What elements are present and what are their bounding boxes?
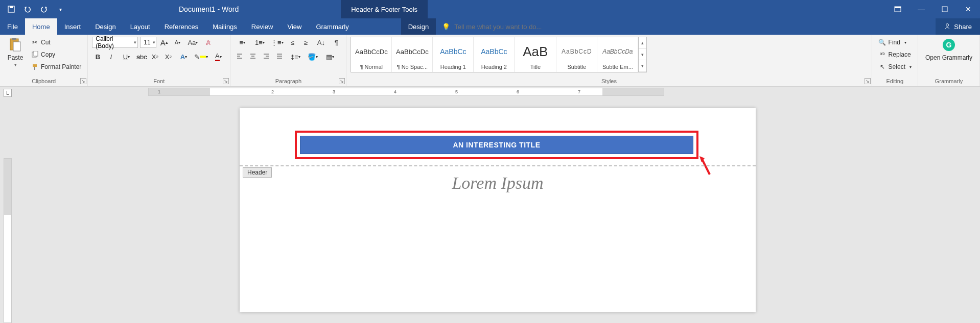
style-title[interactable]: AaBTitle <box>515 37 556 72</box>
group-grammarly: G Open Grammarly Grammarly <box>918 35 980 86</box>
paste-button[interactable]: Paste ▾ <box>4 37 27 67</box>
close-button[interactable]: ✕ <box>956 0 980 18</box>
cut-button[interactable]: ✂Cut <box>29 37 83 48</box>
chevron-down-icon: ▾ <box>14 62 17 67</box>
font-size-combo[interactable]: 11▾ <box>140 37 156 48</box>
tab-context-design[interactable]: Design <box>401 18 436 35</box>
tab-view[interactable]: View <box>280 18 309 35</box>
numbering-button[interactable]: 1≡▾ <box>252 37 267 48</box>
clear-formatting-button[interactable]: A̷ <box>202 37 214 48</box>
cursor-icon: ↖ <box>878 63 886 71</box>
copy-button[interactable]: Copy <box>29 49 83 60</box>
find-button[interactable]: 🔍Find▾ <box>876 37 908 48</box>
group-font: Calibri (Body)▾ 11▾ A▴ A▾ Aa▾ A̷ B I U▾ … <box>88 35 230 86</box>
change-case-button[interactable]: Aa▾ <box>185 37 200 48</box>
vertical-ruler[interactable] <box>4 158 12 323</box>
show-marks-button[interactable]: ¶ <box>331 37 342 48</box>
redo-button[interactable] <box>37 2 51 16</box>
select-button[interactable]: ↖Select▾ <box>876 61 914 72</box>
tab-design[interactable]: Design <box>88 18 123 35</box>
tab-layout[interactable]: Layout <box>123 18 157 35</box>
highlight-button[interactable]: ✎▾ <box>193 51 208 62</box>
search-icon: 🔍 <box>878 38 886 46</box>
header-title-box[interactable]: AN INTERESTING TITLE <box>300 136 693 154</box>
styles-scroll: ▴ ▾ ▾ <box>638 37 646 72</box>
styles-up-button[interactable]: ▴ <box>639 37 646 49</box>
align-center-button[interactable] <box>248 51 259 62</box>
font-color-button[interactable]: A▾ <box>211 51 226 62</box>
tell-me-box[interactable]: 💡 <box>436 18 936 35</box>
decrease-indent-button[interactable]: ≤ <box>287 37 298 48</box>
select-label: Select <box>889 63 905 70</box>
style-heading1[interactable]: AaBbCcHeading 1 <box>433 37 474 72</box>
style-subtitle[interactable]: AaBbCcDSubtitle <box>556 37 597 72</box>
italic-button[interactable]: I <box>105 51 116 62</box>
clipboard-launcher[interactable]: ↘ <box>80 78 86 84</box>
group-editing: 🔍Find▾ ᵃᵇReplace ↖Select▾ Editing <box>872 35 918 86</box>
format-painter-button[interactable]: Format Painter <box>29 61 83 72</box>
tab-insert[interactable]: Insert <box>57 18 88 35</box>
style-normal[interactable]: AaBbCcDc¶ Normal <box>351 37 392 72</box>
align-right-button[interactable] <box>261 51 272 62</box>
superscript-button[interactable]: X2 <box>162 51 174 62</box>
style-heading2[interactable]: AaBbCcHeading 2 <box>474 37 515 72</box>
group-styles: AaBbCcDc¶ Normal AaBbCcDc¶ No Spac... Aa… <box>346 35 872 86</box>
document-title: Document1 - Word <box>179 5 239 13</box>
tab-mailings[interactable]: Mailings <box>205 18 244 35</box>
borders-button[interactable]: ▦▾ <box>322 51 338 62</box>
paragraph-launcher[interactable]: ↘ <box>339 78 345 84</box>
group-paragraph: ≡▾ 1≡▾ ⋮≡▾ ≤ ≥ A↓ ¶ ‡≡▾ 🪣▾ ▦▾ Paragraph … <box>230 35 346 86</box>
maximize-button[interactable] <box>933 0 956 18</box>
share-button[interactable]: Share <box>936 18 980 35</box>
bullets-button[interactable]: ≡▾ <box>235 37 250 48</box>
styles-launcher[interactable]: ↘ <box>865 78 871 84</box>
style-nospacing[interactable]: AaBbCcDc¶ No Spac... <box>392 37 433 72</box>
shading-button[interactable]: 🪣▾ <box>305 51 320 62</box>
strikethrough-button[interactable]: abc <box>136 51 147 62</box>
save-button[interactable] <box>4 2 18 16</box>
grow-font-button[interactable]: A▴ <box>158 37 170 48</box>
tab-home[interactable]: Home <box>25 18 57 35</box>
group-label-styles: Styles <box>351 77 867 86</box>
tab-selector[interactable]: L <box>4 89 12 97</box>
ruler-right-margin <box>602 88 664 95</box>
underline-button[interactable]: U▾ <box>119 51 134 62</box>
svg-rect-4 <box>942 7 947 12</box>
horizontal-ruler[interactable]: 1 2 3 4 5 6 7 7 <box>148 88 664 96</box>
increase-indent-button[interactable]: ≥ <box>300 37 311 48</box>
ribbon-display-button[interactable] <box>886 0 909 18</box>
format-painter-label: Format Painter <box>41 63 81 70</box>
bold-button[interactable]: B <box>92 51 103 62</box>
svg-rect-10 <box>34 51 38 56</box>
shrink-font-button[interactable]: A▾ <box>172 37 183 48</box>
font-name-combo[interactable]: Calibri (Body)▾ <box>92 37 138 48</box>
tab-references[interactable]: References <box>157 18 205 35</box>
tell-me-input[interactable] <box>454 23 587 31</box>
align-left-button[interactable] <box>235 51 246 62</box>
undo-button[interactable] <box>20 2 35 16</box>
styles-down-button[interactable]: ▾ <box>639 49 646 61</box>
styles-more-button[interactable]: ▾ <box>639 60 646 72</box>
page[interactable]: AN INTERESTING TITLE Header Lorem Ipsum <box>240 108 756 312</box>
style-subtle-emphasis[interactable]: AaBbCcDaSubtle Em... <box>597 37 638 72</box>
tab-review[interactable]: Review <box>244 18 281 35</box>
open-grammarly-button[interactable]: G Open Grammarly <box>922 37 975 61</box>
line-spacing-button[interactable]: ‡≡▾ <box>288 51 303 62</box>
tab-file[interactable]: File <box>0 18 25 35</box>
replace-button[interactable]: ᵃᵇReplace <box>876 49 913 60</box>
justify-button[interactable] <box>274 51 286 62</box>
tab-grammarly[interactable]: Grammarly <box>309 18 356 35</box>
multilevel-button[interactable]: ⋮≡▾ <box>269 37 285 48</box>
ribbon-tabs: File Home Insert Design Layout Reference… <box>0 18 980 35</box>
subscript-button[interactable]: X2 <box>149 51 160 62</box>
borders-icon: ▦ <box>326 53 332 61</box>
sort-button[interactable]: A↓ <box>313 37 329 48</box>
qat-customize-button[interactable]: ▾ <box>53 2 67 16</box>
minimize-button[interactable]: — <box>909 0 933 18</box>
svg-rect-7 <box>13 42 20 51</box>
document-canvas[interactable]: AN INTERESTING TITLE Header Lorem Ipsum <box>15 97 980 323</box>
highlighter-icon: ✎ <box>194 53 200 61</box>
text-effects-button[interactable]: A▾ <box>176 51 191 62</box>
document-body-title[interactable]: Lorem Ipsum <box>240 173 756 193</box>
font-launcher[interactable]: ↘ <box>223 78 229 84</box>
